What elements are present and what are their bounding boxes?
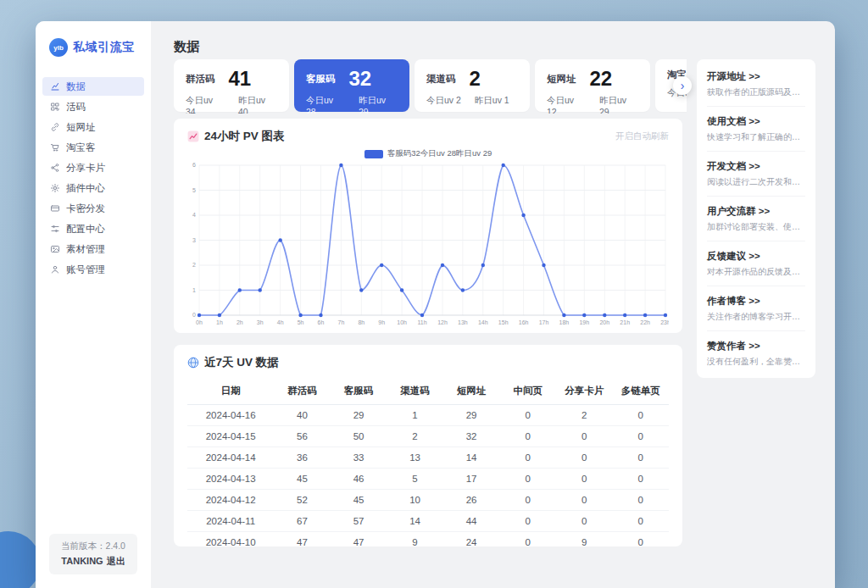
svg-text:22h: 22h — [640, 319, 650, 325]
sidebar-item-plugin[interactable]: 插件中心 — [42, 179, 144, 197]
table-cell: 32 — [443, 426, 500, 447]
stat-card-3[interactable]: 渠道码2今日uv 2昨日uv 1 — [415, 59, 530, 112]
sidebar-item-share[interactable]: 分享卡片 — [42, 158, 144, 177]
username: TANKING — [61, 556, 103, 566]
table-column-header: 客服码 — [331, 378, 387, 405]
sidebar-item-cart[interactable]: 淘宝客 — [42, 138, 144, 157]
table-column-header: 多链单页 — [612, 378, 669, 405]
cards-next-button[interactable]: › — [673, 76, 692, 95]
link-desc: 阅读以进行二次开发和个性化... — [707, 176, 805, 188]
table-cell: 26 — [443, 490, 500, 511]
pv-line-chart: 01234560h1h2h3h4h5h6h7h8h9h10h11h12h13h1… — [187, 161, 669, 330]
stat-yesterday-uv: 昨日uv 29 — [599, 95, 638, 114]
sidebar-item-chart[interactable]: 数据 — [42, 77, 144, 96]
sidebar-item-label: 短网址 — [66, 121, 96, 134]
table-cell: 0 — [499, 469, 556, 490]
table-cell: 0 — [612, 426, 669, 447]
svg-text:6h: 6h — [318, 319, 325, 325]
table-cell: 2024-04-13 — [187, 469, 274, 490]
table-cell: 2024-04-10 — [187, 532, 274, 553]
link-item-4[interactable]: 用户交流群 >>加群讨论部署安装、使用、开... — [707, 197, 805, 241]
link-title: 赞赏作者 >> — [707, 340, 805, 352]
auto-refresh-toggle[interactable]: 开启自动刷新 — [615, 130, 669, 142]
stat-value: 22 — [590, 69, 613, 89]
table-cell: 2 — [387, 426, 443, 447]
table-title: 近7天 UV 数据 — [204, 355, 279, 370]
stat-title: 短网址 — [547, 73, 576, 86]
svg-text:21h: 21h — [620, 319, 630, 325]
page-title: 数据 — [174, 39, 199, 55]
table-cell: 0 — [499, 490, 556, 511]
svg-text:18h: 18h — [559, 319, 570, 325]
sidebar-item-material[interactable]: 素材管理 — [42, 240, 144, 258]
table-column-header: 渠道码 — [387, 378, 443, 405]
table-row: 2024-04-155650232000 — [187, 426, 669, 447]
link-desc: 对本开源作品的反馈及开发建... — [707, 266, 805, 278]
link-item-6[interactable]: 作者博客 >>关注作者的博客学习开发编程... — [707, 286, 805, 331]
line-chart-svg: 01234560h1h2h3h4h5h6h7h8h9h10h11h12h13h1… — [187, 161, 669, 327]
svg-text:4: 4 — [192, 212, 196, 218]
sidebar-item-link[interactable]: 短网址 — [42, 118, 144, 136]
table-cell: 0 — [612, 447, 669, 469]
svg-text:17h: 17h — [539, 319, 549, 325]
table-cell: 0 — [499, 426, 556, 447]
table-cell: 47 — [274, 532, 331, 553]
svg-text:1: 1 — [192, 287, 196, 293]
stat-cards-row: 群活码41今日uv 34昨日uv 40客服码32今日uv 28昨日uv 29渠道… — [174, 59, 687, 114]
link-item-3[interactable]: 开发文档 >>阅读以进行二次开发和个性化... — [707, 152, 805, 197]
version-box: 当前版本：2.4.0 TANKING退出 — [49, 534, 137, 574]
svg-text:3h: 3h — [257, 319, 264, 325]
sidebar-item-label: 淘宝客 — [66, 141, 96, 154]
svg-text:19h: 19h — [579, 319, 589, 325]
svg-text:14h: 14h — [478, 319, 488, 325]
table-cell: 0 — [499, 405, 556, 426]
table-row: 2024-04-164029129020 — [187, 405, 669, 426]
stat-card-2[interactable]: 客服码32今日uv 28昨日uv 29 — [294, 59, 409, 112]
svg-text:20h: 20h — [599, 319, 609, 325]
link-item-1[interactable]: 开源地址 >>获取作者的正版源码及更新动... — [707, 62, 805, 107]
table-cell: 0 — [556, 511, 613, 532]
svg-text:10h: 10h — [397, 319, 407, 325]
stat-card-1[interactable]: 群活码41今日uv 34昨日uv 40 — [174, 59, 289, 112]
share-icon — [50, 163, 60, 173]
legend-swatch — [364, 150, 383, 158]
sidebar-item-label: 素材管理 — [66, 243, 105, 256]
link-title: 反馈建议 >> — [707, 250, 805, 263]
material-icon — [50, 244, 60, 254]
sidebar-item-config[interactable]: 配置中心 — [42, 219, 144, 238]
logo: ylb 私域引流宝 — [36, 21, 151, 57]
chart-title: 24小时 PV 图表 — [204, 129, 285, 144]
cart-icon — [50, 142, 60, 153]
table-cell: 1 — [387, 405, 443, 426]
table-cell: 50 — [331, 426, 387, 447]
stat-yesterday-uv: 昨日uv 29 — [359, 95, 398, 114]
table-cell: 33 — [331, 447, 387, 469]
logout-link[interactable]: 退出 — [107, 556, 125, 566]
sidebar-item-user[interactable]: 账号管理 — [42, 260, 144, 279]
table-column-header: 群活码 — [274, 378, 331, 405]
link-item-7[interactable]: 赞赏作者 >>没有任何盈利，全靠赞赏支持... — [707, 331, 805, 375]
sidebar-item-label: 活码 — [66, 101, 86, 114]
uv-table-card: 近7天 UV 数据 日期群活码客服码渠道码短网址中间页分享卡片多链单页 2024… — [174, 345, 682, 546]
sidebar-item-qrcode[interactable]: 活码 — [42, 97, 144, 116]
sidebar: ylb 私域引流宝 数据活码短网址淘宝客分享卡片插件中心卡密分发配置中心素材管理… — [36, 21, 151, 588]
stat-value: 32 — [349, 69, 372, 89]
stat-card-4[interactable]: 短网址22今日uv 12昨日uv 29 — [535, 59, 650, 112]
table-cell: 47 — [331, 532, 387, 553]
config-icon — [50, 224, 60, 234]
globe-icon — [187, 357, 199, 369]
svg-text:13h: 13h — [458, 319, 468, 325]
table-column-header: 短网址 — [443, 378, 500, 405]
chart-legend[interactable]: 客服码32今日uv 28昨日uv 29 — [187, 148, 669, 159]
svg-text:12h: 12h — [437, 319, 448, 325]
sidebar-item-card[interactable]: 卡密分发 — [42, 199, 144, 218]
brand-title: 私域引流宝 — [73, 40, 135, 55]
table-cell: 2 — [556, 405, 613, 426]
table-row: 2024-04-134546517000 — [187, 469, 669, 490]
qrcode-icon — [50, 102, 60, 112]
link-item-2[interactable]: 使用文档 >>快速学习和了解正确的使用姿... — [707, 107, 805, 152]
main-content: 数据 群活码41今日uv 34昨日uv 40客服码32今日uv 28昨日uv 2… — [151, 21, 835, 588]
table-cell: 9 — [556, 532, 613, 553]
stat-value: 41 — [229, 69, 252, 89]
link-item-5[interactable]: 反馈建议 >>对本开源作品的反馈及开发建... — [707, 241, 805, 286]
